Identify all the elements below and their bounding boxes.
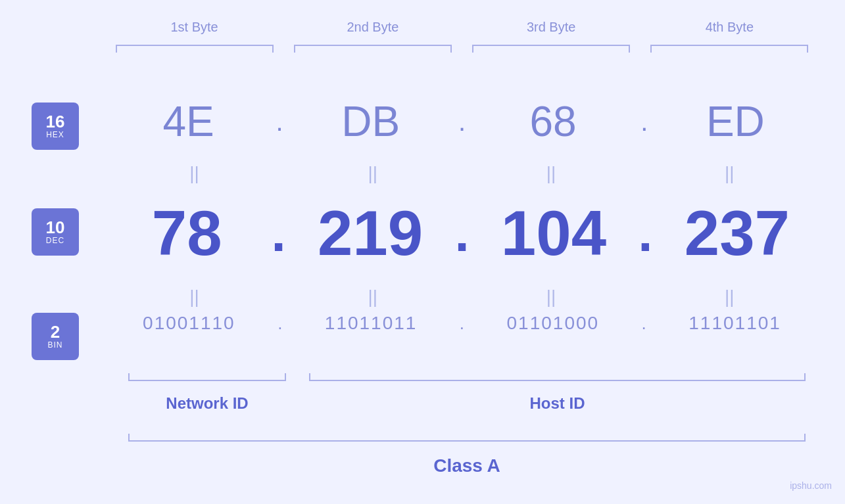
byte-header-2: 2nd Byte (284, 20, 462, 35)
top-brackets (105, 45, 819, 53)
equals-row-2: || || || || (105, 286, 819, 308)
hex-val-4: ED (656, 97, 814, 146)
byte-header-4: 4th Byte (640, 20, 818, 35)
sep-bin-2: . (460, 315, 464, 332)
dec-val-4: 237 (658, 197, 816, 269)
equals-row-1: || || || || (105, 163, 819, 184)
dec-badge: 10 DEC (32, 208, 79, 256)
watermark: ipshu.com (790, 480, 832, 491)
dec-badge-num: 10 (46, 219, 65, 236)
dec-val-2: 219 (291, 197, 449, 269)
sep-hex-3: . (640, 108, 648, 135)
bin-row: 01001110 . 11011011 . 01101000 . 1110110… (105, 313, 819, 334)
sep-dec-2: . (454, 207, 469, 260)
eq2-3: || (472, 286, 630, 308)
sep-hex-1: . (276, 108, 283, 135)
sep-bin-3: . (642, 315, 646, 332)
eq2-4: || (650, 286, 808, 308)
network-id-bracket (128, 373, 286, 381)
top-bracket-4 (650, 45, 808, 53)
top-bracket-2 (294, 45, 452, 53)
hex-row: 4E . DB . 68 . ED (105, 97, 819, 146)
hex-badge-label: HEX (46, 130, 64, 139)
bin-val-2: 11011011 (292, 313, 450, 334)
bin-val-1: 01001110 (110, 313, 268, 334)
hex-val-2: DB (292, 97, 450, 146)
byte-header-3: 3rd Byte (462, 20, 640, 35)
bin-val-4: 11101101 (656, 313, 814, 334)
bin-badge-num: 2 (51, 323, 60, 340)
host-id-label: Host ID (309, 394, 806, 413)
eq2-2: || (294, 286, 452, 308)
network-id-label: Network ID (128, 394, 286, 413)
hex-val-3: 68 (474, 97, 632, 146)
hex-badge-num: 16 (46, 113, 65, 130)
hex-val-1: 4E (110, 97, 268, 146)
bin-val-3: 01101000 (474, 313, 632, 334)
sep-hex-2: . (458, 108, 466, 135)
byte-headers: 1st Byte 2nd Byte 3rd Byte 4th Byte (105, 20, 819, 35)
eq1-1: || (116, 163, 274, 184)
sep-bin-1: . (278, 315, 282, 332)
dec-row: 78 . 219 . 104 . 237 (105, 197, 819, 269)
dec-badge-label: DEC (46, 236, 64, 245)
sep-dec-3: . (638, 207, 652, 260)
eq1-4: || (650, 163, 808, 184)
eq1-3: || (472, 163, 630, 184)
byte-header-1: 1st Byte (106, 20, 283, 35)
sep-dec-1: . (271, 207, 285, 260)
host-id-bracket (309, 373, 806, 381)
dec-val-3: 104 (475, 197, 633, 269)
bin-badge-label: BIN (47, 340, 62, 350)
hex-badge: 16 HEX (32, 103, 79, 150)
dec-val-1: 78 (108, 197, 266, 269)
bin-badge: 2 BIN (32, 313, 79, 360)
class-a-bracket (128, 434, 806, 442)
eq1-2: || (294, 163, 452, 184)
main-container: 16 HEX 10 DEC 2 BIN 1st Byte 2nd Byte 3r… (0, 0, 845, 504)
eq2-1: || (116, 286, 274, 308)
top-bracket-3 (472, 45, 630, 53)
top-bracket-1 (116, 45, 274, 53)
class-a-label: Class A (128, 455, 806, 476)
